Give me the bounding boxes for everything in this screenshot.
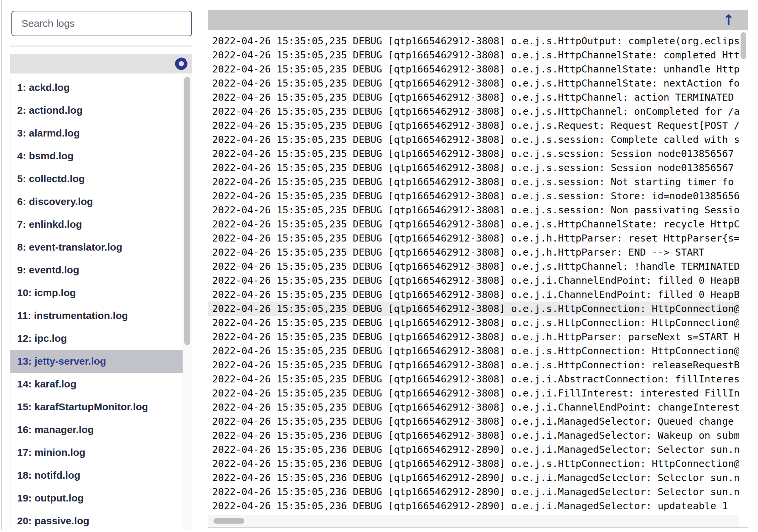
log-line[interactable]: 2022-04-26 15:35:05,235 DEBUG [qtp166546… — [212, 316, 739, 330]
log-line[interactable]: 2022-04-26 15:35:05,235 DEBUG [qtp166546… — [212, 414, 739, 428]
file-list-scrollbar-thumb[interactable] — [184, 77, 190, 345]
log-line[interactable]: 2022-04-26 15:35:05,235 DEBUG [qtp166546… — [212, 48, 739, 62]
log-panel-header: ↑ — [208, 10, 748, 30]
log-file-item[interactable]: 19: output.log — [10, 487, 183, 510]
log-horizontal-scrollbar[interactable] — [208, 515, 739, 527]
log-vertical-scrollbar-thumb[interactable] — [741, 32, 746, 59]
log-file-item[interactable]: 16: manager.log — [10, 418, 183, 441]
log-file-item[interactable]: 8: event-translator.log — [10, 236, 183, 259]
log-line[interactable]: 2022-04-26 15:35:05,235 DEBUG [qtp166546… — [212, 231, 739, 245]
log-file-item[interactable]: 2: actiond.log — [10, 99, 183, 122]
log-line[interactable]: 2022-04-26 15:35:05,235 DEBUG [qtp166546… — [212, 217, 739, 231]
log-file-list-panel: 1: ackd.log2: actiond.log3: alarmd.log4:… — [10, 54, 192, 529]
log-line[interactable]: 2022-04-26 15:35:05,235 DEBUG [qtp166546… — [212, 34, 739, 48]
log-line[interactable]: 2022-04-26 15:35:05,235 DEBUG [qtp166546… — [212, 273, 739, 287]
log-file-list: 1: ackd.log2: actiond.log3: alarmd.log4:… — [10, 73, 183, 529]
log-file-item[interactable]: 20: passive.log — [10, 510, 183, 529]
log-line[interactable]: 2022-04-26 15:35:05,236 DEBUG [qtp166546… — [212, 457, 739, 471]
lifebuoy-icon[interactable] — [175, 57, 188, 70]
scrollbar-corner — [739, 515, 748, 527]
search-input[interactable] — [11, 11, 192, 36]
log-line[interactable]: 2022-04-26 15:35:05,235 DEBUG [qtp166546… — [212, 400, 739, 414]
log-file-item[interactable]: 5: collectd.log — [10, 167, 183, 190]
log-file-item[interactable]: 10: icmp.log — [10, 281, 183, 304]
log-line[interactable]: 2022-04-26 15:35:05,235 DEBUG [qtp166546… — [212, 330, 739, 344]
log-file-list-header — [10, 54, 192, 73]
log-line[interactable]: 2022-04-26 15:35:05,235 DEBUG [qtp166546… — [212, 372, 739, 386]
log-line[interactable]: 2022-04-26 15:35:05,235 DEBUG [qtp166546… — [212, 386, 739, 400]
log-line[interactable]: 2022-04-26 15:35:05,235 DEBUG [qtp166546… — [212, 344, 739, 358]
log-line[interactable]: 2022-04-26 15:35:05,235 DEBUG [qtp166546… — [212, 132, 739, 147]
log-file-item[interactable]: 6: discovery.log — [10, 190, 183, 213]
log-content: 2022-04-26 15:35:05,235 DEBUG [qtp166546… — [208, 30, 739, 515]
log-file-item[interactable]: 17: minion.log — [10, 441, 183, 464]
log-line[interactable]: 2022-04-26 15:35:05,235 DEBUG [qtp166546… — [212, 118, 739, 132]
log-line[interactable]: 2022-04-26 15:35:05,235 DEBUG [qtp166546… — [208, 302, 739, 316]
log-line[interactable]: 2022-04-26 15:35:05,235 DEBUG [qtp166546… — [212, 104, 739, 118]
log-line[interactable]: 2022-04-26 15:35:05,235 DEBUG [qtp166546… — [212, 189, 739, 203]
log-line[interactable]: 2022-04-26 15:35:05,235 DEBUG [qtp166546… — [212, 62, 739, 76]
log-file-item[interactable]: 3: alarmd.log — [10, 122, 183, 145]
divider — [10, 46, 192, 47]
log-file-item[interactable]: 7: enlinkd.log — [10, 213, 183, 236]
log-file-item[interactable]: 15: karafStartupMonitor.log — [10, 395, 183, 418]
log-file-item[interactable]: 11: instrumentation.log — [10, 304, 183, 327]
log-line[interactable]: 2022-04-26 15:35:05,236 DEBUG [qtp166546… — [212, 471, 739, 485]
log-file-item[interactable]: 18: notifd.log — [10, 464, 183, 487]
log-line[interactable]: 2022-04-26 15:35:05,236 DEBUG [qtp166546… — [212, 442, 739, 457]
log-file-item[interactable]: 14: karaf.log — [10, 373, 183, 395]
log-horizontal-scrollbar-thumb[interactable] — [214, 518, 244, 524]
log-file-item[interactable]: 12: ipc.log — [10, 327, 183, 350]
file-list-scrollbar[interactable] — [183, 73, 192, 529]
scroll-to-top-icon[interactable]: ↑ — [723, 12, 735, 29]
log-line[interactable]: 2022-04-26 15:35:05,235 DEBUG [qtp166546… — [212, 245, 739, 259]
log-file-item[interactable]: 4: bsmd.log — [10, 145, 183, 167]
log-line[interactable]: 2022-04-26 15:35:05,235 DEBUG [qtp166546… — [212, 147, 739, 161]
log-vertical-scrollbar[interactable] — [739, 30, 748, 515]
log-line[interactable]: 2022-04-26 15:35:05,236 DEBUG [qtp166546… — [212, 485, 739, 499]
log-file-item[interactable]: 13: jetty-server.log — [10, 350, 183, 373]
log-line[interactable]: 2022-04-26 15:35:05,235 DEBUG [qtp166546… — [212, 175, 739, 189]
log-line[interactable]: 2022-04-26 15:35:05,235 DEBUG [qtp166546… — [212, 203, 739, 217]
log-line[interactable]: 2022-04-26 15:35:05,235 DEBUG [qtp166546… — [212, 161, 739, 175]
log-line[interactable]: 2022-04-26 15:35:05,235 DEBUG [qtp166546… — [212, 90, 739, 104]
log-file-item[interactable]: 9: eventd.log — [10, 259, 183, 281]
log-line[interactable]: 2022-04-26 15:35:05,235 DEBUG [qtp166546… — [212, 287, 739, 302]
log-line[interactable]: 2022-04-26 15:35:05,236 DEBUG [qtp166546… — [212, 428, 739, 442]
log-panel: ↑ 2022-04-26 15:35:05,235 DEBUG [qtp1665… — [208, 10, 748, 528]
log-line[interactable]: 2022-04-26 15:35:05,235 DEBUG [qtp166546… — [212, 76, 739, 90]
log-line[interactable]: 2022-04-26 15:35:05,235 DEBUG [qtp166546… — [212, 358, 739, 372]
log-line[interactable]: 2022-04-26 15:35:05,235 DEBUG [qtp166546… — [212, 259, 739, 273]
log-line[interactable]: 2022-04-26 15:35:05,236 DEBUG [qtp166546… — [212, 499, 739, 513]
log-file-item[interactable]: 1: ackd.log — [10, 76, 183, 99]
